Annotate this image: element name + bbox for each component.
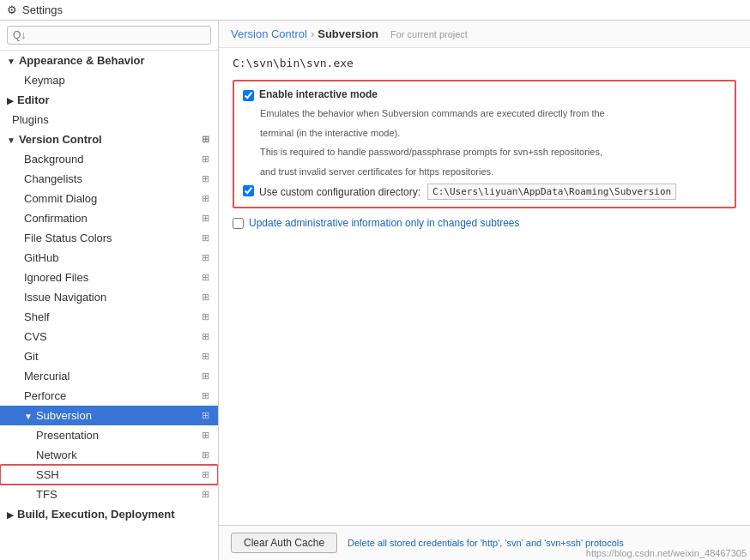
clear-auth-cache-button[interactable]: Clear Auth Cache — [231, 533, 337, 553]
custom-config-checkbox[interactable] — [243, 185, 254, 196]
title-bar: ⚙ Settings — [0, 0, 750, 21]
enable-interactive-checkbox[interactable] — [243, 90, 254, 101]
perf-icon: ⊞ — [202, 390, 209, 401]
sidebar-item-appearance-behavior[interactable]: ▼Appearance & Behavior — [0, 51, 218, 70]
ssh-icon: ⊞ — [202, 469, 209, 480]
sidebar-item-network[interactable]: Network ⊞ — [0, 445, 218, 465]
settings-icon: ⚙ — [7, 3, 17, 16]
custom-config-label: Use custom configuration directory: — [259, 186, 420, 198]
footer-description: Delete all stored credentials for 'http'… — [348, 538, 624, 548]
cd-icon: ⊞ — [202, 193, 209, 204]
breadcrumb: Version Control › Subversion For current… — [219, 21, 750, 48]
search-box[interactable] — [0, 21, 218, 51]
sidebar-item-mercurial[interactable]: Mercurial ⊞ — [0, 366, 218, 386]
in-icon: ⊞ — [202, 292, 209, 303]
description-line2: terminal (in the interactive mode). — [260, 126, 726, 141]
sidebar-item-confirmation[interactable]: Confirmation ⊞ — [0, 208, 218, 228]
watermark: https://blog.csdn.net/weixin_48467305 — [586, 548, 747, 558]
breadcrumb-parent[interactable]: Version Control — [231, 27, 307, 40]
breadcrumb-project: For current project — [390, 29, 468, 39]
sidebar-item-ssh[interactable]: SSH ⊞ — [0, 465, 218, 485]
sidebar-item-shelf[interactable]: Shelf ⊞ — [0, 307, 218, 327]
sidebar: ▼Appearance & Behavior Keymap ▶Editor Pl… — [0, 21, 219, 560]
sidebar-item-subversion[interactable]: ▼Subversion ⊞ — [0, 406, 218, 425]
conf-icon: ⊞ — [202, 213, 209, 224]
sidebar-item-plugins[interactable]: Plugins — [0, 110, 218, 129]
sh-icon: ⊞ — [202, 311, 209, 322]
tfs-icon: ⊞ — [202, 489, 209, 500]
sidebar-item-changelists[interactable]: Changelists ⊞ — [0, 169, 218, 189]
description-line1: Emulates the behavior when Subversion co… — [260, 106, 726, 121]
enable-interactive-label: Enable interactive mode — [259, 88, 378, 100]
cl-icon: ⊞ — [202, 173, 209, 184]
title-text: Settings — [22, 3, 63, 16]
interactive-mode-group: Enable interactive mode Emulates the beh… — [233, 80, 736, 208]
sidebar-item-editor[interactable]: ▶Editor — [0, 90, 218, 110]
content-body: C:\svn\bin\svn.exe Enable interactive mo… — [219, 48, 750, 525]
git-icon: ⊞ — [202, 351, 209, 362]
content-panel: Version Control › Subversion For current… — [219, 21, 750, 560]
search-input[interactable] — [7, 26, 211, 45]
sidebar-item-issue-navigation[interactable]: Issue Navigation ⊞ — [0, 287, 218, 307]
sidebar-item-github[interactable]: GitHub ⊞ — [0, 248, 218, 268]
sidebar-item-file-status-colors[interactable]: File Status Colors ⊞ — [0, 228, 218, 248]
sidebar-item-presentation[interactable]: Presentation ⊞ — [0, 425, 218, 445]
description-line3: This is required to handle password/pass… — [260, 145, 726, 160]
vc-icon: ⊞ — [202, 134, 209, 145]
sidebar-item-keymap[interactable]: Keymap — [0, 70, 218, 90]
sidebar-item-version-control[interactable]: ▼Version Control ⊞ — [0, 129, 218, 149]
merc-icon: ⊞ — [202, 370, 209, 382]
svn-path: C:\svn\bin\svn.exe — [233, 57, 736, 69]
update-admin-label: Update administrative information only i… — [249, 217, 520, 229]
sidebar-item-commit-dialog[interactable]: Commit Dialog ⊞ — [0, 189, 218, 208]
sidebar-item-git[interactable]: Git ⊞ — [0, 346, 218, 366]
cvs-icon: ⊞ — [202, 331, 209, 342]
breadcrumb-separator: › — [311, 27, 314, 40]
custom-config-field: Use custom configuration directory: C:\U… — [259, 184, 676, 200]
sidebar-item-perforce[interactable]: Perforce ⊞ — [0, 386, 218, 406]
sidebar-item-tfs[interactable]: TFS ⊞ — [0, 485, 218, 504]
breadcrumb-current: Subversion — [318, 27, 378, 40]
svn-path-value: C:\svn\bin\svn.exe — [233, 57, 354, 69]
custom-config-value: C:\Users\liyuan\AppData\Roaming\Subversi… — [427, 184, 676, 200]
pres-icon: ⊞ — [202, 430, 209, 441]
description-line4: and trust invalid server certificates fo… — [260, 165, 726, 179]
if-icon: ⊞ — [202, 272, 209, 283]
sidebar-item-cvs[interactable]: CVS ⊞ — [0, 327, 218, 346]
sidebar-item-ignored-files[interactable]: Ignored Files ⊞ — [0, 268, 218, 287]
sidebar-item-background[interactable]: Background ⊞ — [0, 149, 218, 169]
net-icon: ⊞ — [202, 449, 209, 461]
fsc-icon: ⊞ — [202, 232, 209, 244]
sidebar-item-build-execution-deployment[interactable]: ▶Build, Execution, Deployment — [0, 504, 218, 524]
bg-icon: ⊞ — [202, 154, 209, 165]
gh-icon: ⊞ — [202, 252, 209, 263]
update-admin-row: Update administrative information only i… — [233, 217, 736, 229]
enable-interactive-row: Enable interactive mode — [243, 88, 726, 101]
update-admin-checkbox[interactable] — [233, 218, 244, 229]
svn-icon: ⊞ — [202, 410, 209, 421]
custom-config-row: Use custom configuration directory: C:\U… — [243, 184, 726, 200]
